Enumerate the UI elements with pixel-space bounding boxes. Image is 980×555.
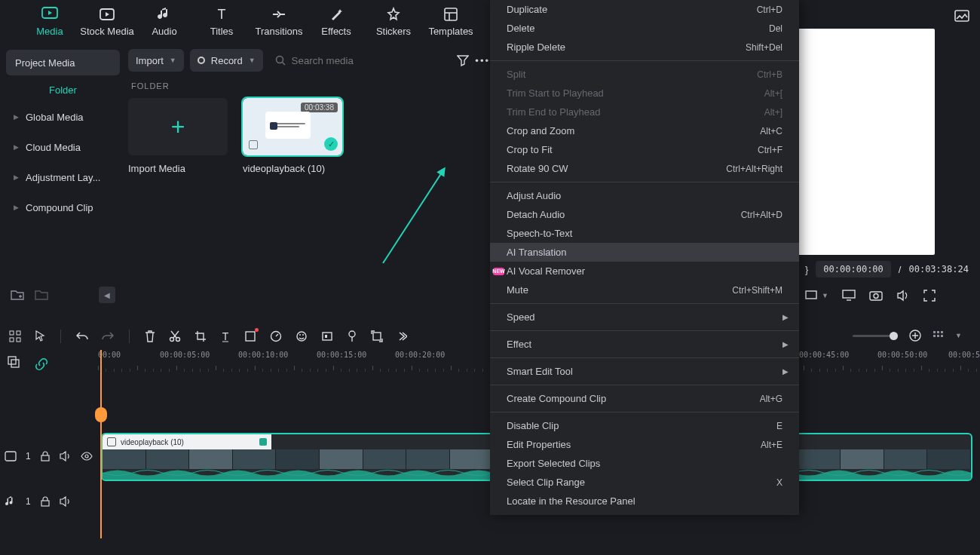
redo-icon[interactable]	[102, 331, 114, 342]
menu-item-edit-properties[interactable]: Edit PropertiesAlt+E	[490, 435, 799, 454]
import-media-card[interactable]: + Import Media	[128, 98, 228, 174]
text-icon[interactable]: T	[220, 330, 231, 342]
record-dropdown[interactable]: Record▼	[190, 49, 263, 72]
crop-icon[interactable]	[194, 330, 207, 342]
project-media-button[interactable]: Project Media	[6, 50, 120, 75]
menu-item-delete[interactable]: DeleteDel	[490, 19, 799, 38]
menu-shortcut: Ctrl+F	[758, 145, 782, 155]
chevron-down-icon[interactable]: ▼	[822, 292, 828, 299]
menu-item-ripple-delete[interactable]: Ripple DeleteShift+Del	[490, 38, 799, 57]
marker-icon[interactable]	[347, 330, 357, 342]
playhead[interactable]	[100, 350, 102, 538]
audio-track-icon	[5, 496, 17, 507]
record-icon	[198, 57, 205, 64]
svg-rect-39	[937, 335, 939, 337]
menu-item-disable-clip[interactable]: Disable ClipE	[490, 416, 799, 435]
timeline-zoom: ▼	[853, 329, 962, 342]
fullscreen-icon[interactable]	[923, 290, 936, 302]
menu-item-detach-audio[interactable]: Detach AudioCtrl+Alt+D	[490, 205, 799, 224]
menu-item-label: Delete	[507, 23, 769, 34]
more-tools-icon[interactable]	[397, 331, 407, 342]
visibility-icon[interactable]	[81, 452, 93, 461]
crop-zoom-icon[interactable]	[244, 330, 256, 342]
tab-templates[interactable]: Templates	[422, 0, 479, 37]
sidebar-item-adjustment-layer[interactable]: ▶Adjustment Lay...	[6, 162, 120, 192]
menu-item-duplicate[interactable]: DuplicateCtrl+D	[490, 0, 799, 19]
mute-icon[interactable]	[60, 451, 72, 461]
more-icon[interactable]: •••	[475, 55, 490, 66]
menu-item-ai-vocal-remover[interactable]: NEWAI Vocal Remover	[490, 262, 799, 281]
tab-transitions[interactable]: Transitions	[250, 0, 308, 37]
snapshot-icon[interactable]	[869, 290, 883, 302]
menu-item-mute[interactable]: MuteCtrl+Shift+M	[490, 281, 799, 299]
sidebar-item-label: Global Media	[26, 112, 84, 123]
menu-item-effect[interactable]: Effect▶	[490, 335, 799, 354]
tab-label: Transitions	[255, 26, 302, 37]
tab-stock-media[interactable]: Stock Media	[78, 0, 136, 37]
link-icon[interactable]	[35, 357, 48, 371]
menu-item-speech-to-text[interactable]: Speech-to-Text	[490, 224, 799, 243]
menu-item-adjust-audio[interactable]: Adjust Audio	[490, 186, 799, 205]
menu-item-select-clip-range[interactable]: Select Clip RangeX	[490, 473, 799, 492]
sidebar-item-cloud-media[interactable]: ▶Cloud Media	[6, 132, 120, 162]
menu-shortcut: X	[776, 477, 782, 488]
menu-item-smart-edit-tool[interactable]: Smart Edit Tool▶	[490, 362, 799, 381]
menu-shortcut: Shift+Del	[746, 42, 782, 53]
menu-item-speed[interactable]: Speed▶	[490, 308, 799, 327]
chevron-down-icon[interactable]: ▼	[955, 332, 962, 339]
svg-rect-19	[17, 338, 20, 342]
cursor-icon[interactable]	[35, 330, 45, 342]
image-export-icon[interactable]	[951, 6, 972, 27]
mute-icon[interactable]	[60, 496, 72, 507]
menu-item-rotate-90-cw[interactable]: Rotate 90 CWCtrl+Alt+Right	[490, 159, 799, 178]
media-clip-card[interactable]: 00:03:38 ✓ videoplayback (10)	[243, 98, 342, 174]
import-dropdown[interactable]: Import▼	[128, 49, 184, 72]
tab-media[interactable]: Media	[21, 0, 78, 37]
tab-titles[interactable]: T Titles	[193, 0, 250, 37]
tab-audio[interactable]: Audio	[136, 0, 193, 37]
display-icon[interactable]	[842, 290, 856, 302]
speed-icon[interactable]	[270, 330, 282, 342]
menu-item-crop-and-zoom[interactable]: Crop and ZoomAlt+C	[490, 121, 799, 140]
menu-item-crop-to-fit[interactable]: Crop to FitCtrl+F	[490, 140, 799, 159]
sidebar-item-compound-clip[interactable]: ▶Compound Clip	[6, 192, 120, 222]
lock-icon[interactable]	[40, 496, 51, 507]
new-folder-icon[interactable]	[11, 289, 24, 301]
menu-item-create-compound-clip[interactable]: Create Compound ClipAlt+G	[490, 389, 799, 408]
menu-shortcut: Ctrl+Shift+M	[732, 285, 782, 296]
menu-item-export-selected-clips[interactable]: Export Selected Clips	[490, 454, 799, 473]
menu-item-ai-translation[interactable]: AI Translation	[490, 243, 799, 262]
chevron-right-icon: ▶	[14, 143, 20, 151]
menu-item-trim-end-to-playhead: Trim End to PlayheadAlt+]	[490, 103, 799, 121]
keyframe-icon[interactable]	[321, 330, 333, 342]
color-icon[interactable]	[296, 330, 308, 342]
delete-folder-icon[interactable]	[35, 289, 48, 301]
cut-icon[interactable]	[169, 330, 181, 342]
media-icon	[41, 6, 58, 23]
mark-out-icon[interactable]: }	[805, 264, 808, 275]
layers-icon[interactable]	[8, 356, 20, 368]
volume-icon[interactable]	[896, 290, 910, 302]
filter-icon[interactable]	[457, 54, 469, 66]
current-time: 00:00:00:00	[816, 261, 890, 278]
collapse-sidebar-button[interactable]: ◀	[99, 287, 115, 303]
ratio-icon[interactable]	[805, 290, 817, 301]
lock-icon[interactable]	[40, 451, 51, 461]
menu-item-label: Speed	[507, 311, 782, 323]
tab-stickers[interactable]: Stickers	[365, 0, 422, 37]
menu-item-locate-in-the-resource-panel[interactable]: Locate in the Resource Panel	[490, 492, 799, 511]
zoom-in-icon[interactable]	[908, 329, 922, 342]
undo-icon[interactable]	[76, 331, 88, 342]
zoom-slider[interactable]	[853, 335, 898, 337]
search-input[interactable]	[292, 55, 397, 66]
sidebar-item-global-media[interactable]: ▶Global Media	[6, 102, 120, 132]
folder-heading: FOLDER	[131, 81, 490, 90]
view-mode-icon[interactable]	[933, 330, 945, 341]
menu-shortcut: E	[776, 421, 782, 431]
expand-icon[interactable]	[371, 330, 383, 342]
delete-icon[interactable]	[145, 330, 155, 342]
tab-effects[interactable]: Effects	[308, 0, 365, 37]
folder-tab[interactable]: Folder	[6, 75, 120, 102]
search-field[interactable]	[269, 55, 452, 66]
mixer-icon[interactable]	[9, 330, 21, 342]
